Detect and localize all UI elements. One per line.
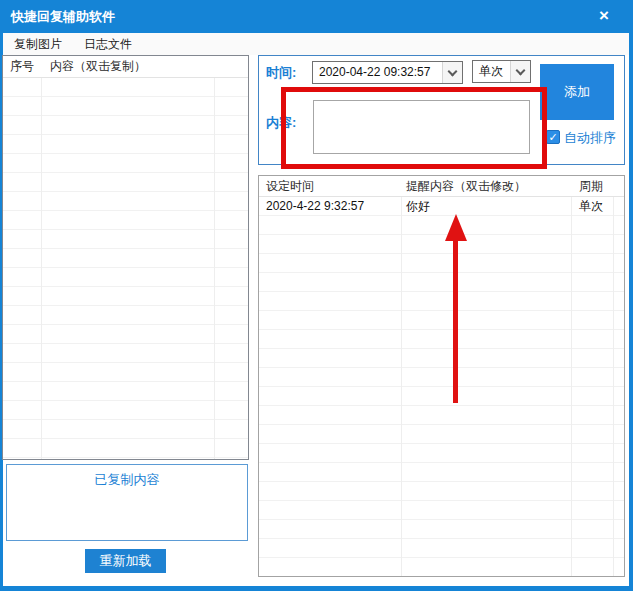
column-header-index[interactable]: 序号 [10, 56, 34, 77]
datetime-dropdown-button[interactable] [442, 62, 462, 83]
quick-reply-list-header: 序号 内容（双击复制） [3, 56, 248, 78]
menu-bar: 复制图片 日志文件 [3, 33, 629, 55]
menu-item-copy-image[interactable]: 复制图片 [3, 33, 73, 55]
column-header-set-time[interactable]: 设定时间 [266, 176, 314, 197]
cycle-selected-value: 单次 [479, 61, 503, 82]
time-label: 时间: [266, 64, 296, 82]
chevron-down-icon [516, 66, 526, 76]
column-divider [401, 197, 402, 576]
title-bar: 快捷回复辅助软件 × [0, 0, 633, 33]
cell-set-time: 2020-4-22 9:32:57 [266, 197, 364, 216]
column-divider [571, 197, 572, 576]
content-label: 内容: [266, 114, 296, 132]
cell-reminder-content: 你好 [406, 197, 430, 216]
copied-content-label: 已复制内容 [7, 471, 247, 489]
table-row[interactable]: 2020-4-22 9:32:57 你好 单次 [259, 197, 624, 216]
quick-reply-list[interactable]: 序号 内容（双击复制） [2, 55, 249, 460]
add-button[interactable]: 添加 [540, 64, 614, 120]
column-header-reminder-content[interactable]: 提醒内容（双击修改） [406, 176, 526, 197]
check-icon: ✓ [548, 131, 557, 143]
reminder-list[interactable]: 设定时间 提醒内容（双击修改） 周期 2020-4-22 9:32:57 你好 … [258, 175, 625, 577]
auto-sort-checkbox[interactable]: ✓ [546, 130, 560, 144]
reload-button[interactable]: 重新加载 [85, 549, 166, 573]
menu-item-log-file[interactable]: 日志文件 [73, 33, 143, 55]
column-header-content[interactable]: 内容（双击复制） [50, 56, 146, 77]
close-icon[interactable]: × [589, 0, 619, 33]
window-title: 快捷回复辅助软件 [11, 0, 115, 33]
column-divider [613, 197, 614, 576]
cycle-select[interactable]: 单次 [472, 60, 531, 83]
reminder-list-header: 设定时间 提醒内容（双击修改） 周期 [259, 176, 624, 197]
datetime-value: 2020-04-22 09:32:57 [319, 62, 430, 83]
quick-reply-list-body[interactable] [3, 78, 248, 459]
column-divider [214, 78, 215, 459]
reminder-list-body[interactable]: 2020-4-22 9:32:57 你好 单次 [259, 197, 624, 576]
content-input[interactable] [313, 100, 530, 154]
column-divider [41, 78, 42, 459]
cell-cycle: 单次 [579, 197, 603, 216]
cycle-dropdown-button[interactable] [510, 61, 530, 82]
datetime-picker[interactable]: 2020-04-22 09:32:57 [312, 61, 463, 84]
column-header-cycle[interactable]: 周期 [579, 176, 603, 197]
auto-sort-label: 自动排序 [564, 129, 616, 147]
copied-content-box: 已复制内容 [6, 464, 248, 541]
chevron-down-icon [448, 67, 458, 77]
app-window: 快捷回复辅助软件 × 复制图片 日志文件 序号 内容（双击复制） 已复制内容 重… [0, 0, 633, 591]
